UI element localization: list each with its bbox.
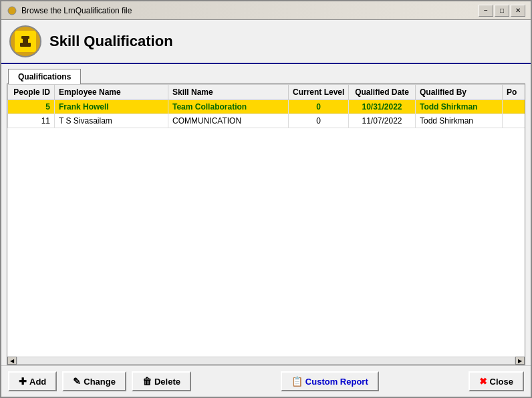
report-icon: 📋 [291, 376, 303, 387]
scroll-right-button[interactable]: ▶ [515, 357, 525, 365]
title-bar: Browse the LrnQualification file − □ ✕ [1, 1, 531, 20]
tab-bar: Qualifications [1, 64, 531, 83]
delete-button[interactable]: 🗑 Delete [132, 371, 191, 391]
col-header-currentlevel: Current Level [289, 85, 349, 100]
delete-icon: 🗑 [142, 376, 152, 387]
header-section: Skill Qualification [1, 20, 531, 64]
horizontal-scrollbar[interactable]: ◀ ▶ [7, 357, 525, 365]
cell-currentlevel: 0 [289, 100, 349, 114]
maximize-button[interactable]: □ [495, 5, 509, 17]
close-button[interactable]: ✖ Close [469, 371, 524, 391]
qualifications-table: People ID Employee Name Skill Name Curre… [7, 84, 525, 128]
add-button[interactable]: ✚ Add [8, 371, 57, 391]
svg-point-0 [8, 7, 16, 15]
tab-qualifications[interactable]: Qualifications [8, 69, 81, 84]
change-button[interactable]: ✎ Change [62, 371, 126, 391]
cell-empname: T S Sivasailam [55, 114, 168, 128]
window-title: Browse the LrnQualification file [21, 6, 479, 15]
svg-rect-3 [21, 36, 29, 39]
cell-po [503, 114, 525, 128]
col-header-peopleid: People ID [8, 85, 55, 100]
close-icon: ✖ [479, 376, 487, 387]
window-icon [7, 5, 17, 16]
stamp-icon [15, 31, 36, 52]
cell-skillname: Team Collaboration [168, 100, 289, 114]
app-icon [9, 25, 41, 57]
table-container[interactable]: People ID Employee Name Skill Name Curre… [7, 84, 525, 357]
minimize-button[interactable]: − [479, 5, 493, 17]
add-label: Add [29, 377, 46, 387]
cell-currentlevel: 0 [289, 114, 349, 128]
scroll-left-button[interactable]: ◀ [7, 357, 17, 365]
add-icon: ✚ [19, 376, 27, 387]
table-header-row: People ID Employee Name Skill Name Curre… [8, 85, 525, 100]
table-row[interactable]: 11T S SivasailamCOMMUNICATION011/07/2022… [8, 114, 525, 128]
cell-qualdate: 11/07/2022 [349, 114, 416, 128]
change-icon: ✎ [73, 376, 81, 387]
close-window-button[interactable]: ✕ [511, 5, 525, 17]
col-header-qualdate: Qualified Date [349, 85, 416, 100]
content-area: People ID Employee Name Skill Name Curre… [7, 83, 525, 365]
table-body: 5Frank HowellTeam Collaboration010/31/20… [8, 100, 525, 128]
col-header-qualby: Qualified By [416, 85, 503, 100]
cell-qualby: Todd Shirkman [416, 100, 503, 114]
col-header-skillname: Skill Name [168, 85, 289, 100]
main-window: Browse the LrnQualification file − □ ✕ S… [0, 0, 532, 398]
delete-label: Delete [154, 377, 180, 387]
custom-report-button[interactable]: 📋 Custom Report [281, 371, 379, 391]
cell-peopleid: 11 [8, 114, 55, 128]
cell-empname: Frank Howell [55, 100, 168, 114]
tab-qualifications-label: Qualifications [18, 72, 71, 81]
app-title: Skill Qualification [49, 33, 173, 50]
footer: ✚ Add ✎ Change 🗑 Delete 📋 Custom Report … [1, 365, 531, 397]
cell-qualdate: 10/31/2022 [349, 100, 416, 114]
scroll-track[interactable] [17, 357, 515, 365]
col-header-po: Po [503, 85, 525, 100]
cell-qualby: Todd Shirkman [416, 114, 503, 128]
custom-report-label: Custom Report [305, 377, 368, 387]
change-label: Change [84, 377, 116, 387]
cell-po [503, 100, 525, 114]
col-header-empname: Employee Name [55, 85, 168, 100]
cell-peopleid: 5 [8, 100, 55, 114]
window-controls: − □ ✕ [479, 5, 525, 17]
close-label: Close [490, 377, 513, 387]
table-row[interactable]: 5Frank HowellTeam Collaboration010/31/20… [8, 100, 525, 114]
cell-skillname: COMMUNICATION [168, 114, 289, 128]
